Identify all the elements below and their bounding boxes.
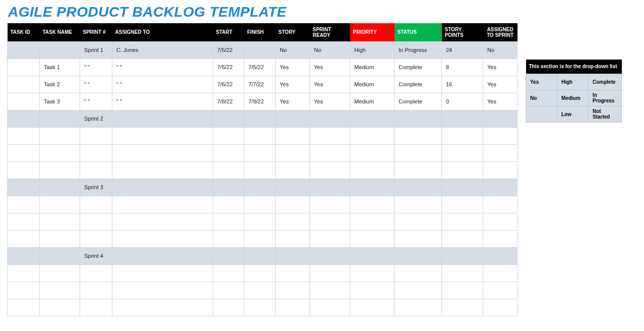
cell-points[interactable] — [442, 179, 483, 196]
cell-finish[interactable] — [244, 230, 276, 247]
cell-priority[interactable] — [350, 230, 395, 247]
cell-task_id[interactable] — [8, 179, 40, 196]
cell-sprint[interactable]: Sprint 2 — [80, 110, 112, 127]
cell-finish[interactable]: 7/5/22 — [244, 59, 276, 76]
cell-story[interactable]: No — [276, 41, 310, 59]
cell-assigned[interactable] — [112, 264, 213, 282]
cell-sprint_ready[interactable] — [310, 179, 350, 196]
cell-points[interactable]: 8 — [442, 59, 483, 76]
cell-points[interactable] — [442, 282, 483, 299]
cell-assigned[interactable]: C. Jones — [112, 41, 213, 59]
cell-sprint_ready[interactable] — [310, 230, 350, 247]
cell-assigned[interactable] — [112, 196, 213, 213]
cell-points[interactable] — [442, 264, 483, 282]
cell-priority[interactable] — [350, 247, 395, 264]
cell-start[interactable] — [213, 127, 244, 144]
cell-status[interactable] — [395, 127, 442, 144]
cell-sprint[interactable]: " " — [80, 76, 112, 93]
cell-start[interactable] — [213, 230, 244, 247]
cell-finish[interactable] — [244, 41, 276, 59]
cell-priority[interactable]: Medium — [350, 59, 395, 76]
cell-story[interactable] — [276, 264, 310, 282]
cell-status[interactable] — [395, 264, 442, 282]
cell-to_sprint[interactable]: No — [483, 41, 518, 59]
cell-status[interactable] — [395, 299, 442, 316]
cell-priority[interactable] — [350, 299, 395, 316]
cell-finish[interactable]: 7/9/22 — [244, 93, 276, 110]
cell-sprint_ready[interactable] — [310, 110, 350, 127]
cell-assigned[interactable]: " " — [112, 76, 213, 93]
cell-priority[interactable]: Medium — [350, 93, 395, 110]
cell-story[interactable]: Yes — [276, 93, 310, 110]
cell-sprint_ready[interactable] — [310, 213, 350, 230]
cell-story[interactable] — [276, 179, 310, 196]
cell-story[interactable] — [276, 196, 310, 213]
cell-priority[interactable] — [350, 213, 395, 230]
cell-priority[interactable] — [350, 127, 395, 144]
cell-story[interactable] — [276, 161, 310, 179]
cell-points[interactable] — [442, 110, 483, 127]
cell-task_name[interactable]: Task 1 — [40, 59, 80, 76]
cell-status[interactable] — [395, 179, 442, 196]
cell-assigned[interactable] — [112, 213, 213, 230]
cell-sprint[interactable]: " " — [80, 93, 112, 110]
cell-status[interactable] — [395, 247, 442, 264]
cell-sprint[interactable] — [80, 196, 112, 213]
cell-sprint_ready[interactable] — [310, 127, 350, 144]
cell-start[interactable]: 7/6/22 — [213, 76, 244, 93]
cell-sprint[interactable]: Sprint 4 — [80, 247, 112, 264]
cell-story[interactable] — [276, 213, 310, 230]
cell-sprint_ready[interactable] — [310, 144, 350, 161]
cell-task_name[interactable] — [40, 179, 80, 196]
cell-story[interactable] — [276, 230, 310, 247]
cell-start[interactable] — [213, 282, 244, 299]
cell-task_id[interactable] — [8, 93, 40, 110]
cell-task_name[interactable] — [40, 161, 80, 179]
cell-task_id[interactable] — [8, 230, 40, 247]
cell-assigned[interactable] — [112, 299, 213, 316]
cell-task_name[interactable] — [40, 127, 80, 144]
cell-sprint_ready[interactable]: Yes — [310, 93, 350, 110]
cell-task_name[interactable] — [40, 110, 80, 127]
cell-sprint[interactable]: " " — [80, 59, 112, 76]
cell-sprint_ready[interactable] — [310, 247, 350, 264]
cell-start[interactable]: 7/8/22 — [213, 93, 244, 110]
cell-finish[interactable] — [244, 161, 276, 179]
cell-sprint[interactable] — [80, 127, 112, 144]
cell-sprint[interactable] — [80, 213, 112, 230]
cell-task_id[interactable] — [8, 247, 40, 264]
cell-sprint[interactable] — [80, 161, 112, 179]
cell-to_sprint[interactable] — [483, 179, 518, 196]
cell-start[interactable]: 7/5/22 — [213, 41, 244, 59]
cell-to_sprint[interactable]: Yes — [483, 93, 518, 110]
cell-assigned[interactable] — [112, 127, 213, 144]
cell-sprint_ready[interactable]: No — [310, 41, 350, 59]
cell-priority[interactable] — [350, 110, 395, 127]
cell-to_sprint[interactable] — [483, 110, 518, 127]
cell-task_id[interactable] — [8, 110, 40, 127]
cell-assigned[interactable] — [112, 110, 213, 127]
cell-story[interactable] — [276, 144, 310, 161]
cell-task_name[interactable] — [40, 144, 80, 161]
cell-task_name[interactable] — [40, 247, 80, 264]
cell-status[interactable] — [395, 110, 442, 127]
cell-finish[interactable] — [244, 127, 276, 144]
cell-task_name[interactable] — [40, 196, 80, 213]
cell-to_sprint[interactable] — [483, 299, 518, 316]
cell-finish[interactable] — [244, 299, 276, 316]
cell-sprint[interactable] — [80, 299, 112, 316]
cell-to_sprint[interactable] — [483, 282, 518, 299]
cell-task_name[interactable] — [40, 264, 80, 282]
cell-assigned[interactable] — [112, 144, 213, 161]
cell-points[interactable]: 16 — [442, 76, 483, 93]
cell-start[interactable] — [213, 110, 244, 127]
cell-finish[interactable] — [244, 282, 276, 299]
cell-to_sprint[interactable] — [483, 127, 518, 144]
cell-task_name[interactable] — [40, 230, 80, 247]
cell-assigned[interactable] — [112, 282, 213, 299]
cell-sprint_ready[interactable] — [310, 282, 350, 299]
cell-task_name[interactable]: Task 3 — [40, 93, 80, 110]
cell-assigned[interactable] — [112, 247, 213, 264]
cell-start[interactable] — [213, 247, 244, 264]
cell-story[interactable] — [276, 299, 310, 316]
